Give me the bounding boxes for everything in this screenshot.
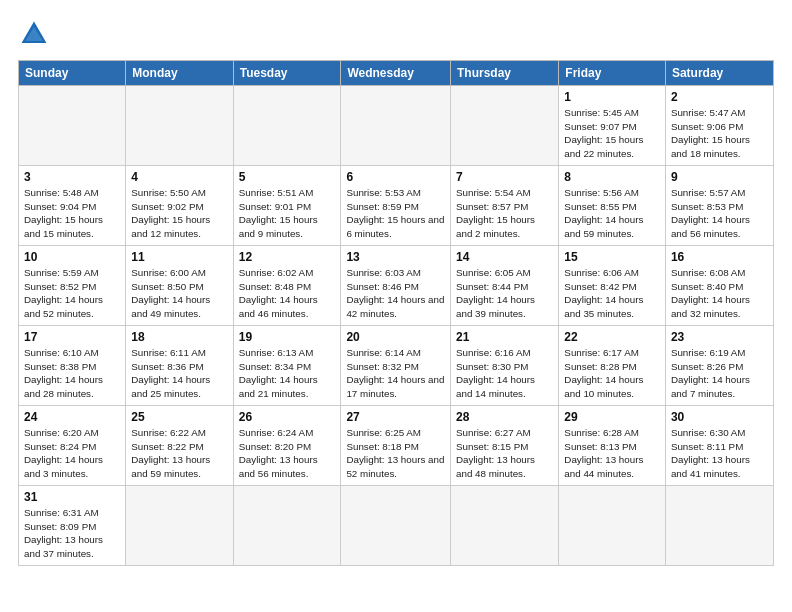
calendar-cell: 4Sunrise: 5:50 AM Sunset: 9:02 PM Daylig… <box>126 166 233 246</box>
day-number: 27 <box>346 410 445 424</box>
calendar-cell: 13Sunrise: 6:03 AM Sunset: 8:46 PM Dayli… <box>341 246 451 326</box>
weekday-header-saturday: Saturday <box>665 61 773 86</box>
day-number: 28 <box>456 410 553 424</box>
day-number: 9 <box>671 170 768 184</box>
calendar-cell: 21Sunrise: 6:16 AM Sunset: 8:30 PM Dayli… <box>451 326 559 406</box>
logo-icon <box>18 18 50 50</box>
calendar-cell <box>19 86 126 166</box>
calendar-cell <box>126 486 233 566</box>
calendar-cell: 10Sunrise: 5:59 AM Sunset: 8:52 PM Dayli… <box>19 246 126 326</box>
calendar-cell <box>341 86 451 166</box>
day-number: 19 <box>239 330 336 344</box>
day-info: Sunrise: 6:08 AM Sunset: 8:40 PM Dayligh… <box>671 266 768 321</box>
day-number: 15 <box>564 250 660 264</box>
calendar-cell: 30Sunrise: 6:30 AM Sunset: 8:11 PM Dayli… <box>665 406 773 486</box>
weekday-header-friday: Friday <box>559 61 666 86</box>
calendar-header-row: SundayMondayTuesdayWednesdayThursdayFrid… <box>19 61 774 86</box>
day-number: 5 <box>239 170 336 184</box>
day-info: Sunrise: 6:19 AM Sunset: 8:26 PM Dayligh… <box>671 346 768 401</box>
calendar-cell: 7Sunrise: 5:54 AM Sunset: 8:57 PM Daylig… <box>451 166 559 246</box>
day-number: 24 <box>24 410 120 424</box>
calendar-cell: 2Sunrise: 5:47 AM Sunset: 9:06 PM Daylig… <box>665 86 773 166</box>
header <box>18 18 774 50</box>
calendar-cell: 6Sunrise: 5:53 AM Sunset: 8:59 PM Daylig… <box>341 166 451 246</box>
calendar-week-row: 17Sunrise: 6:10 AM Sunset: 8:38 PM Dayli… <box>19 326 774 406</box>
day-info: Sunrise: 5:48 AM Sunset: 9:04 PM Dayligh… <box>24 186 120 241</box>
calendar-cell: 11Sunrise: 6:00 AM Sunset: 8:50 PM Dayli… <box>126 246 233 326</box>
weekday-header-sunday: Sunday <box>19 61 126 86</box>
day-number: 29 <box>564 410 660 424</box>
day-number: 16 <box>671 250 768 264</box>
day-number: 6 <box>346 170 445 184</box>
day-number: 14 <box>456 250 553 264</box>
day-info: Sunrise: 5:53 AM Sunset: 8:59 PM Dayligh… <box>346 186 445 241</box>
day-info: Sunrise: 5:45 AM Sunset: 9:07 PM Dayligh… <box>564 106 660 161</box>
calendar-cell <box>451 486 559 566</box>
day-info: Sunrise: 6:10 AM Sunset: 8:38 PM Dayligh… <box>24 346 120 401</box>
calendar-cell: 23Sunrise: 6:19 AM Sunset: 8:26 PM Dayli… <box>665 326 773 406</box>
calendar-cell <box>451 86 559 166</box>
day-number: 2 <box>671 90 768 104</box>
day-info: Sunrise: 5:56 AM Sunset: 8:55 PM Dayligh… <box>564 186 660 241</box>
day-info: Sunrise: 5:47 AM Sunset: 9:06 PM Dayligh… <box>671 106 768 161</box>
day-info: Sunrise: 6:03 AM Sunset: 8:46 PM Dayligh… <box>346 266 445 321</box>
calendar-cell: 22Sunrise: 6:17 AM Sunset: 8:28 PM Dayli… <box>559 326 666 406</box>
calendar-cell: 27Sunrise: 6:25 AM Sunset: 8:18 PM Dayli… <box>341 406 451 486</box>
calendar-week-row: 24Sunrise: 6:20 AM Sunset: 8:24 PM Dayli… <box>19 406 774 486</box>
day-info: Sunrise: 6:28 AM Sunset: 8:13 PM Dayligh… <box>564 426 660 481</box>
calendar-cell: 24Sunrise: 6:20 AM Sunset: 8:24 PM Dayli… <box>19 406 126 486</box>
day-info: Sunrise: 6:02 AM Sunset: 8:48 PM Dayligh… <box>239 266 336 321</box>
day-info: Sunrise: 6:13 AM Sunset: 8:34 PM Dayligh… <box>239 346 336 401</box>
day-number: 3 <box>24 170 120 184</box>
day-info: Sunrise: 5:50 AM Sunset: 9:02 PM Dayligh… <box>131 186 227 241</box>
day-number: 1 <box>564 90 660 104</box>
weekday-header-tuesday: Tuesday <box>233 61 341 86</box>
day-number: 8 <box>564 170 660 184</box>
calendar-cell: 31Sunrise: 6:31 AM Sunset: 8:09 PM Dayli… <box>19 486 126 566</box>
calendar-week-row: 31Sunrise: 6:31 AM Sunset: 8:09 PM Dayli… <box>19 486 774 566</box>
calendar-cell: 25Sunrise: 6:22 AM Sunset: 8:22 PM Dayli… <box>126 406 233 486</box>
day-number: 21 <box>456 330 553 344</box>
day-number: 13 <box>346 250 445 264</box>
calendar-cell <box>233 86 341 166</box>
day-info: Sunrise: 6:17 AM Sunset: 8:28 PM Dayligh… <box>564 346 660 401</box>
calendar-cell: 12Sunrise: 6:02 AM Sunset: 8:48 PM Dayli… <box>233 246 341 326</box>
day-number: 22 <box>564 330 660 344</box>
weekday-header-monday: Monday <box>126 61 233 86</box>
calendar-cell: 28Sunrise: 6:27 AM Sunset: 8:15 PM Dayli… <box>451 406 559 486</box>
day-number: 30 <box>671 410 768 424</box>
calendar-cell: 14Sunrise: 6:05 AM Sunset: 8:44 PM Dayli… <box>451 246 559 326</box>
calendar-cell: 26Sunrise: 6:24 AM Sunset: 8:20 PM Dayli… <box>233 406 341 486</box>
day-number: 4 <box>131 170 227 184</box>
calendar-cell <box>126 86 233 166</box>
calendar-cell: 16Sunrise: 6:08 AM Sunset: 8:40 PM Dayli… <box>665 246 773 326</box>
day-info: Sunrise: 6:22 AM Sunset: 8:22 PM Dayligh… <box>131 426 227 481</box>
day-number: 12 <box>239 250 336 264</box>
logo <box>18 18 54 50</box>
calendar-cell <box>665 486 773 566</box>
calendar-cell: 17Sunrise: 6:10 AM Sunset: 8:38 PM Dayli… <box>19 326 126 406</box>
day-info: Sunrise: 6:31 AM Sunset: 8:09 PM Dayligh… <box>24 506 120 561</box>
calendar-cell: 15Sunrise: 6:06 AM Sunset: 8:42 PM Dayli… <box>559 246 666 326</box>
day-info: Sunrise: 5:59 AM Sunset: 8:52 PM Dayligh… <box>24 266 120 321</box>
day-info: Sunrise: 6:06 AM Sunset: 8:42 PM Dayligh… <box>564 266 660 321</box>
calendar-table: SundayMondayTuesdayWednesdayThursdayFrid… <box>18 60 774 566</box>
day-info: Sunrise: 6:00 AM Sunset: 8:50 PM Dayligh… <box>131 266 227 321</box>
calendar-cell <box>233 486 341 566</box>
calendar-cell: 20Sunrise: 6:14 AM Sunset: 8:32 PM Dayli… <box>341 326 451 406</box>
calendar-week-row: 3Sunrise: 5:48 AM Sunset: 9:04 PM Daylig… <box>19 166 774 246</box>
calendar-cell <box>559 486 666 566</box>
day-number: 10 <box>24 250 120 264</box>
day-info: Sunrise: 6:11 AM Sunset: 8:36 PM Dayligh… <box>131 346 227 401</box>
calendar-cell: 1Sunrise: 5:45 AM Sunset: 9:07 PM Daylig… <box>559 86 666 166</box>
calendar-cell: 8Sunrise: 5:56 AM Sunset: 8:55 PM Daylig… <box>559 166 666 246</box>
day-number: 20 <box>346 330 445 344</box>
day-info: Sunrise: 6:30 AM Sunset: 8:11 PM Dayligh… <box>671 426 768 481</box>
calendar-cell: 18Sunrise: 6:11 AM Sunset: 8:36 PM Dayli… <box>126 326 233 406</box>
day-number: 17 <box>24 330 120 344</box>
calendar-week-row: 10Sunrise: 5:59 AM Sunset: 8:52 PM Dayli… <box>19 246 774 326</box>
day-info: Sunrise: 6:14 AM Sunset: 8:32 PM Dayligh… <box>346 346 445 401</box>
day-number: 18 <box>131 330 227 344</box>
day-info: Sunrise: 6:24 AM Sunset: 8:20 PM Dayligh… <box>239 426 336 481</box>
day-number: 31 <box>24 490 120 504</box>
